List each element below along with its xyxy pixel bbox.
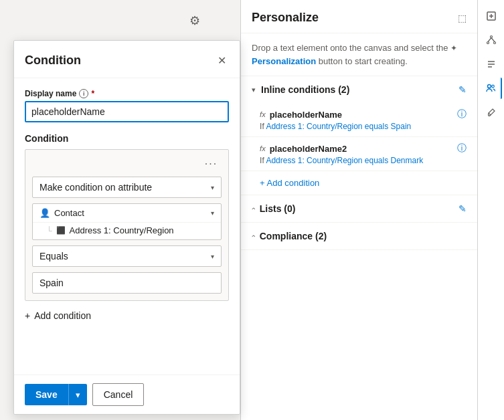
condition-item-1-header: fx placeholderName ⓘ: [260, 108, 467, 120]
brush-icon: [486, 107, 497, 118]
compliance-chevron-icon: ›: [249, 235, 257, 237]
description-sparkle-icon: ✦: [450, 43, 457, 53]
attribute-dropdown[interactable]: Make condition on attribute ▾: [32, 177, 222, 198]
condition-item-1-info-button[interactable]: ⓘ: [457, 108, 467, 120]
save-dropdown-chevron-icon: ▾: [76, 390, 80, 400]
condition-header: Condition ✕: [14, 41, 240, 78]
toolbar-people-button[interactable]: [481, 78, 502, 99]
list-text-icon: [486, 59, 497, 70]
toolbar-add-button[interactable]: [481, 5, 502, 27]
condition-item-1-link[interactable]: Address 1: Country/Region equals Spain: [266, 122, 411, 131]
svg-point-5: [493, 42, 495, 44]
svg-point-3: [490, 36, 492, 38]
svg-point-11: [487, 85, 491, 88]
address-field-icon: ⬛: [56, 226, 66, 235]
add-square-icon: [486, 11, 497, 21]
personalize-header: Personalize ⬚: [241, 0, 477, 33]
condition-dialog: Condition ✕ Display name i * Condition ·…: [13, 40, 240, 415]
personalize-panel: Personalize ⬚ Drop a text element onto t…: [240, 0, 477, 420]
inline-conditions-label: Inline conditions (2): [261, 84, 349, 95]
inline-conditions-edit-icon[interactable]: ✎: [458, 84, 467, 95]
equals-dropdown[interactable]: Equals ▾: [32, 245, 222, 267]
save-dropdown-button[interactable]: ▾: [68, 384, 87, 405]
lists-section: › Lists (0) ✎: [241, 195, 477, 223]
toolbar-list-button[interactable]: [481, 54, 502, 75]
cancel-button[interactable]: Cancel: [92, 383, 145, 406]
svg-line-6: [488, 38, 491, 42]
inline-conditions-section: ▾ Inline conditions (2) ✎ fx placeholder…: [241, 76, 477, 195]
contact-label: Contact: [54, 208, 207, 218]
condition-item-2-name: placeholderName2: [270, 144, 347, 154]
save-button-group: Save ▾: [25, 384, 87, 405]
toolbar-network-button[interactable]: [481, 29, 502, 51]
condition-item-2: fx placeholderName2 ⓘ If Address 1: Coun…: [241, 137, 477, 171]
display-name-input[interactable]: [25, 101, 229, 122]
condition-box: ··· Make condition on attribute ▾ 👤 Cont…: [25, 149, 229, 301]
condition-item-2-desc: If Address 1: Country/Region equals Denm…: [260, 156, 467, 165]
personalize-header-icon: ⬚: [458, 13, 467, 23]
condition-section-label: Condition: [25, 133, 229, 144]
condition-item-2-header: fx placeholderName2 ⓘ: [260, 142, 467, 154]
lists-edit-icon[interactable]: ✎: [458, 203, 467, 214]
save-button[interactable]: Save: [25, 384, 68, 405]
svg-point-12: [491, 85, 494, 88]
gear-area: ⚙: [189, 13, 200, 28]
condition-footer: Save ▾ Cancel: [14, 375, 240, 414]
condition-item-1-desc: If Address 1: Country/Region equals Spai…: [260, 122, 467, 131]
toolbar-brush-button[interactable]: [481, 102, 502, 123]
condition-body: Display name i * Condition ··· Make cond…: [14, 78, 240, 375]
fx-badge-2: fx: [260, 144, 266, 152]
address-row: └ ⬛ Address 1: Country/Region: [33, 223, 221, 239]
svg-line-7: [491, 38, 495, 42]
attribute-dropdown-label: Make condition on attribute: [39, 182, 152, 193]
network-icon: [486, 35, 497, 45]
svg-point-4: [487, 42, 489, 44]
more-options-button[interactable]: ···: [201, 156, 222, 171]
personalize-title: Personalize: [252, 11, 319, 25]
condition-item-2-info-button[interactable]: ⓘ: [457, 142, 467, 154]
add-condition-panel-label: + Add condition: [260, 178, 319, 188]
contact-row: 👤 Contact ▾: [33, 204, 221, 223]
value-input[interactable]: [32, 272, 222, 294]
display-name-info-icon[interactable]: i: [79, 89, 88, 98]
condition-item-2-link[interactable]: Address 1: Country/Region equals Denmark: [266, 156, 423, 165]
close-button[interactable]: ✕: [215, 51, 229, 70]
equals-chevron-icon: ▾: [211, 253, 214, 260]
personalization-link[interactable]: Personalization: [252, 56, 316, 66]
inline-conditions-toggle[interactable]: ▾ Inline conditions (2) ✎: [241, 76, 477, 103]
close-icon: ✕: [218, 54, 226, 67]
add-condition-panel-button[interactable]: + Add condition: [260, 178, 319, 188]
add-condition-button[interactable]: + Add condition: [25, 310, 91, 321]
personalize-body: ▾ Inline conditions (2) ✎ fx placeholder…: [241, 76, 477, 420]
address-label: Address 1: Country/Region: [70, 225, 174, 235]
inline-conditions-chevron-icon: ▾: [252, 86, 256, 94]
condition-title: Condition: [25, 54, 81, 68]
far-right-toolbar: [477, 0, 504, 420]
condition-item-1-name: placeholderName: [270, 110, 342, 120]
contact-chevron-icon: ▾: [211, 209, 214, 217]
address-connector-icon: └: [46, 226, 52, 235]
lists-toggle[interactable]: › Lists (0) ✎: [241, 195, 477, 222]
people-icon: [485, 83, 496, 94]
contact-selector: 👤 Contact ▾ └ ⬛ Address 1: Country/Regio…: [32, 203, 222, 240]
add-condition-label: Add condition: [34, 310, 91, 321]
lists-label: Lists (0): [260, 203, 296, 214]
plus-icon: +: [25, 310, 30, 321]
gear-icon: ⚙: [189, 14, 200, 27]
fx-badge-1: fx: [260, 110, 266, 118]
equals-dropdown-label: Equals: [39, 251, 68, 261]
contact-person-icon: 👤: [39, 208, 50, 218]
display-name-label: Display name i *: [25, 89, 229, 98]
condition-item: fx placeholderName ⓘ If Address 1: Count…: [241, 103, 477, 137]
compliance-label: Compliance (2): [260, 231, 327, 241]
personalize-description: Drop a text element onto the canvas and …: [241, 33, 477, 76]
attribute-dropdown-chevron: ▾: [211, 184, 214, 191]
compliance-toggle[interactable]: › Compliance (2): [241, 223, 477, 249]
required-indicator: *: [91, 89, 94, 98]
compliance-section: › Compliance (2): [241, 223, 477, 250]
condition-box-header: ···: [32, 156, 222, 171]
add-condition-section: + Add condition: [241, 171, 477, 195]
lists-chevron-icon: ›: [249, 207, 257, 210]
